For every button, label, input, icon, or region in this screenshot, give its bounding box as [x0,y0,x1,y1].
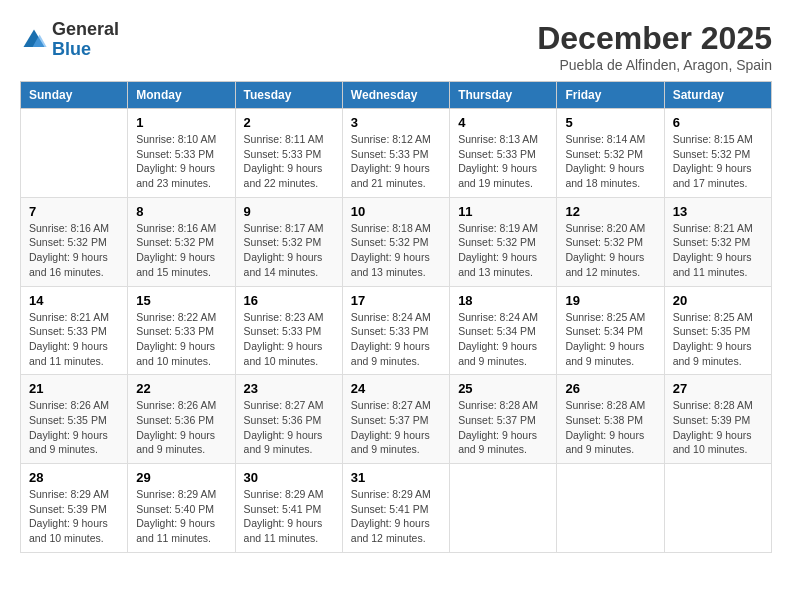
col-header-wednesday: Wednesday [342,82,449,109]
calendar-cell: 26Sunrise: 8:28 AMSunset: 5:38 PMDayligh… [557,375,664,464]
week-row-1: 1Sunrise: 8:10 AMSunset: 5:33 PMDaylight… [21,109,772,198]
calendar-cell: 14Sunrise: 8:21 AMSunset: 5:33 PMDayligh… [21,286,128,375]
day-number: 6 [673,115,763,130]
day-detail: Sunrise: 8:29 AMSunset: 5:41 PMDaylight:… [351,487,441,546]
calendar-cell: 13Sunrise: 8:21 AMSunset: 5:32 PMDayligh… [664,197,771,286]
calendar-cell: 23Sunrise: 8:27 AMSunset: 5:36 PMDayligh… [235,375,342,464]
week-row-3: 14Sunrise: 8:21 AMSunset: 5:33 PMDayligh… [21,286,772,375]
calendar-cell: 31Sunrise: 8:29 AMSunset: 5:41 PMDayligh… [342,464,449,553]
day-number: 29 [136,470,226,485]
calendar-cell [664,464,771,553]
month-title: December 2025 [537,20,772,57]
day-detail: Sunrise: 8:24 AMSunset: 5:33 PMDaylight:… [351,310,441,369]
day-detail: Sunrise: 8:29 AMSunset: 5:40 PMDaylight:… [136,487,226,546]
day-detail: Sunrise: 8:27 AMSunset: 5:36 PMDaylight:… [244,398,334,457]
day-number: 13 [673,204,763,219]
calendar-cell: 25Sunrise: 8:28 AMSunset: 5:37 PMDayligh… [450,375,557,464]
calendar-cell: 3Sunrise: 8:12 AMSunset: 5:33 PMDaylight… [342,109,449,198]
day-detail: Sunrise: 8:29 AMSunset: 5:41 PMDaylight:… [244,487,334,546]
day-number: 12 [565,204,655,219]
day-detail: Sunrise: 8:17 AMSunset: 5:32 PMDaylight:… [244,221,334,280]
day-detail: Sunrise: 8:23 AMSunset: 5:33 PMDaylight:… [244,310,334,369]
calendar-cell: 17Sunrise: 8:24 AMSunset: 5:33 PMDayligh… [342,286,449,375]
day-number: 5 [565,115,655,130]
day-number: 11 [458,204,548,219]
day-number: 18 [458,293,548,308]
day-number: 31 [351,470,441,485]
calendar-table: SundayMondayTuesdayWednesdayThursdayFrid… [20,81,772,553]
day-detail: Sunrise: 8:26 AMSunset: 5:35 PMDaylight:… [29,398,119,457]
day-detail: Sunrise: 8:24 AMSunset: 5:34 PMDaylight:… [458,310,548,369]
logo-general-text: General [52,20,119,40]
calendar-cell: 15Sunrise: 8:22 AMSunset: 5:33 PMDayligh… [128,286,235,375]
day-number: 2 [244,115,334,130]
calendar-cell: 5Sunrise: 8:14 AMSunset: 5:32 PMDaylight… [557,109,664,198]
calendar-cell: 12Sunrise: 8:20 AMSunset: 5:32 PMDayligh… [557,197,664,286]
day-detail: Sunrise: 8:10 AMSunset: 5:33 PMDaylight:… [136,132,226,191]
day-detail: Sunrise: 8:12 AMSunset: 5:33 PMDaylight:… [351,132,441,191]
calendar-cell [21,109,128,198]
calendar-cell: 22Sunrise: 8:26 AMSunset: 5:36 PMDayligh… [128,375,235,464]
calendar-cell: 2Sunrise: 8:11 AMSunset: 5:33 PMDaylight… [235,109,342,198]
day-detail: Sunrise: 8:25 AMSunset: 5:35 PMDaylight:… [673,310,763,369]
day-number: 26 [565,381,655,396]
day-number: 1 [136,115,226,130]
calendar-cell [557,464,664,553]
day-detail: Sunrise: 8:14 AMSunset: 5:32 PMDaylight:… [565,132,655,191]
logo-blue-text: Blue [52,40,119,60]
calendar-cell: 29Sunrise: 8:29 AMSunset: 5:40 PMDayligh… [128,464,235,553]
day-number: 14 [29,293,119,308]
day-number: 24 [351,381,441,396]
week-row-2: 7Sunrise: 8:16 AMSunset: 5:32 PMDaylight… [21,197,772,286]
calendar-cell: 18Sunrise: 8:24 AMSunset: 5:34 PMDayligh… [450,286,557,375]
calendar-cell: 8Sunrise: 8:16 AMSunset: 5:32 PMDaylight… [128,197,235,286]
day-detail: Sunrise: 8:26 AMSunset: 5:36 PMDaylight:… [136,398,226,457]
day-detail: Sunrise: 8:18 AMSunset: 5:32 PMDaylight:… [351,221,441,280]
page-header: General Blue December 2025 Puebla de Alf… [20,20,772,73]
day-number: 30 [244,470,334,485]
logo: General Blue [20,20,119,60]
day-number: 7 [29,204,119,219]
week-row-5: 28Sunrise: 8:29 AMSunset: 5:39 PMDayligh… [21,464,772,553]
col-header-thursday: Thursday [450,82,557,109]
col-header-friday: Friday [557,82,664,109]
calendar-cell: 24Sunrise: 8:27 AMSunset: 5:37 PMDayligh… [342,375,449,464]
day-number: 16 [244,293,334,308]
col-header-tuesday: Tuesday [235,82,342,109]
day-number: 28 [29,470,119,485]
day-detail: Sunrise: 8:28 AMSunset: 5:37 PMDaylight:… [458,398,548,457]
day-number: 9 [244,204,334,219]
day-detail: Sunrise: 8:21 AMSunset: 5:33 PMDaylight:… [29,310,119,369]
day-detail: Sunrise: 8:15 AMSunset: 5:32 PMDaylight:… [673,132,763,191]
day-number: 4 [458,115,548,130]
calendar-cell: 10Sunrise: 8:18 AMSunset: 5:32 PMDayligh… [342,197,449,286]
day-number: 17 [351,293,441,308]
calendar-cell: 27Sunrise: 8:28 AMSunset: 5:39 PMDayligh… [664,375,771,464]
day-detail: Sunrise: 8:28 AMSunset: 5:39 PMDaylight:… [673,398,763,457]
col-header-sunday: Sunday [21,82,128,109]
calendar-cell: 1Sunrise: 8:10 AMSunset: 5:33 PMDaylight… [128,109,235,198]
title-area: December 2025 Puebla de Alfinden, Aragon… [537,20,772,73]
calendar-cell: 19Sunrise: 8:25 AMSunset: 5:34 PMDayligh… [557,286,664,375]
calendar-cell: 11Sunrise: 8:19 AMSunset: 5:32 PMDayligh… [450,197,557,286]
day-number: 8 [136,204,226,219]
col-header-saturday: Saturday [664,82,771,109]
day-number: 15 [136,293,226,308]
day-detail: Sunrise: 8:22 AMSunset: 5:33 PMDaylight:… [136,310,226,369]
location-subtitle: Puebla de Alfinden, Aragon, Spain [537,57,772,73]
calendar-cell: 30Sunrise: 8:29 AMSunset: 5:41 PMDayligh… [235,464,342,553]
day-detail: Sunrise: 8:13 AMSunset: 5:33 PMDaylight:… [458,132,548,191]
day-detail: Sunrise: 8:16 AMSunset: 5:32 PMDaylight:… [136,221,226,280]
day-detail: Sunrise: 8:29 AMSunset: 5:39 PMDaylight:… [29,487,119,546]
calendar-cell: 4Sunrise: 8:13 AMSunset: 5:33 PMDaylight… [450,109,557,198]
calendar-cell: 6Sunrise: 8:15 AMSunset: 5:32 PMDaylight… [664,109,771,198]
calendar-cell: 20Sunrise: 8:25 AMSunset: 5:35 PMDayligh… [664,286,771,375]
day-number: 10 [351,204,441,219]
day-detail: Sunrise: 8:27 AMSunset: 5:37 PMDaylight:… [351,398,441,457]
day-number: 23 [244,381,334,396]
calendar-cell [450,464,557,553]
day-number: 25 [458,381,548,396]
day-number: 20 [673,293,763,308]
day-detail: Sunrise: 8:25 AMSunset: 5:34 PMDaylight:… [565,310,655,369]
calendar-header-row: SundayMondayTuesdayWednesdayThursdayFrid… [21,82,772,109]
